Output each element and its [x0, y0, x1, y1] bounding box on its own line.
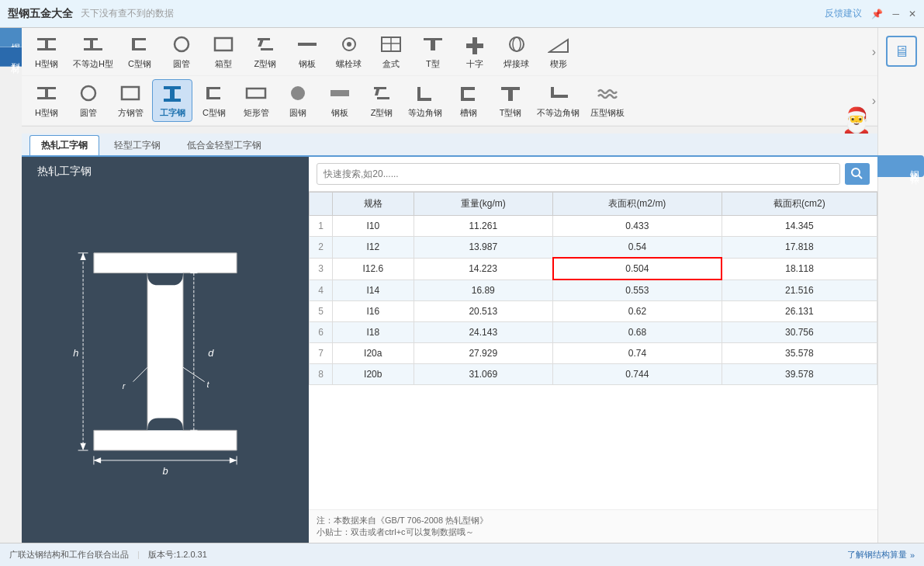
tool-box-type[interactable]: 盒式: [371, 31, 411, 72]
bolt-ball-icon: [338, 33, 360, 58]
footer-note-2: 小贴士：双击或者ctrl+c可以复制数据哦～: [317, 526, 870, 538]
tool-label-t-beam-1: T型: [426, 58, 440, 70]
cell-weight: 24.143: [414, 322, 552, 343]
subtabs: 热轧工字钢 轻型工字钢 低合金轻型工字钢: [22, 134, 877, 157]
tool-c-beam-2[interactable]: C型钢: [194, 80, 234, 121]
table-body: 1I1011.2610.43314.3452I1213.9870.5417.81…: [310, 216, 877, 385]
tool-label-c-beam-2: C型钢: [202, 107, 226, 119]
svg-rect-52: [551, 95, 568, 98]
tool-label-bolt-ball: 螺栓球: [336, 58, 362, 70]
tool-equal-angle[interactable]: 等边角钢: [403, 80, 447, 121]
tool-corrugated-plate[interactable]: 压型钢板: [586, 80, 629, 121]
tool-h-beam-1[interactable]: H型钢: [26, 31, 67, 72]
svg-rect-1: [45, 40, 48, 48]
tool-unequal-angle[interactable]: 不等边角钢: [532, 80, 584, 121]
tool-square-pipe[interactable]: 方钢管: [110, 80, 151, 121]
svg-rect-10: [215, 38, 232, 50]
tool-channel[interactable]: 槽钢: [448, 80, 489, 121]
tool-label-rect-pipe: 矩形管: [244, 107, 269, 119]
table-row[interactable]: 7I20a27.9290.7435.578: [310, 343, 877, 364]
round-steel-icon: [287, 82, 309, 107]
cell-weight: 27.929: [414, 343, 552, 364]
sidebar-tab-welding[interactable]: 焊接: [0, 28, 22, 47]
tool-label-wedge: 楔形: [550, 58, 567, 70]
tool-z-beam-2[interactable]: Z型钢: [362, 80, 402, 121]
svg-rect-41: [374, 87, 386, 89]
close-btn[interactable]: ✕: [908, 9, 916, 19]
tool-steel-plate-1[interactable]: 钢板: [287, 31, 327, 72]
table-row[interactable]: 1I1011.2610.43314.345: [310, 216, 877, 237]
col-header-weight: 重量(kg/m): [414, 193, 552, 216]
tool-t-beam-2[interactable]: T型钢: [490, 80, 531, 121]
tool-bolt-ball[interactable]: 螺栓球: [329, 31, 369, 72]
cell-area: 39.578: [722, 364, 877, 385]
cell-num: 7: [310, 343, 333, 364]
table-row[interactable]: 8I20b31.0690.74439.578: [310, 364, 877, 385]
data-table-wrapper[interactable]: 规格 重量(kg/m) 表面积(m2/m) 截面积(cm2) 1I1011.26…: [309, 192, 877, 509]
round-pipe-icon-1: [171, 33, 192, 58]
cell-surface: 0.74: [553, 343, 722, 364]
row1-chevron[interactable]: ›: [872, 45, 876, 59]
cell-weight: 16.89: [414, 280, 552, 301]
square-pipe-icon: [119, 82, 141, 107]
c-beam-icon-2: [203, 82, 225, 107]
monitor-icon[interactable]: 🖥: [886, 36, 917, 67]
subtab-hot-rolled[interactable]: 热轧工字钢: [29, 135, 99, 155]
cell-num: 1: [310, 216, 333, 237]
pin-btn[interactable]: 📌: [871, 9, 883, 19]
status-left: 广联达钢结构和工作台联合出品 | 版本号:1.2.0.31: [9, 549, 207, 561]
cell-spec: I20a: [333, 343, 414, 364]
col-header-surface: 表面积(m2/m): [553, 193, 722, 216]
status-right[interactable]: 了解钢结构算量 »: [847, 549, 915, 561]
unequal-h-icon: [82, 33, 104, 58]
tool-z-beam-1[interactable]: Z型钢: [245, 31, 286, 72]
svg-rect-32: [164, 86, 181, 89]
tool-t-beam-1[interactable]: T型: [413, 31, 453, 72]
h-beam-icon-2: [36, 82, 57, 107]
tool-unequal-h[interactable]: 不等边H型: [68, 31, 118, 72]
svg-rect-14: [298, 43, 317, 46]
tool-round-pipe-1[interactable]: 圆管: [161, 31, 202, 72]
table-row[interactable]: 3I12.614.2230.50418.118: [310, 258, 877, 280]
tool-box-1[interactable]: 箱型: [203, 31, 244, 72]
cell-weight: 11.261: [414, 216, 552, 237]
feedback-link[interactable]: 反馈建议: [825, 7, 862, 20]
sidebar-tab-profile[interactable]: 型材: [0, 47, 22, 67]
tool-label-z-beam-1: Z型钢: [254, 58, 277, 70]
cell-spec: I20b: [333, 364, 414, 385]
minimize-btn[interactable]: ─: [892, 9, 899, 19]
steel-software-tab[interactable]: 钢构软件: [877, 155, 924, 177]
cell-surface: 0.68: [553, 322, 722, 343]
tool-round-steel[interactable]: 圆钢: [278, 80, 318, 121]
subtab-light[interactable]: 轻型工字钢: [102, 135, 172, 155]
svg-point-24: [510, 37, 524, 51]
tool-label-box-1: 箱型: [215, 58, 232, 70]
table-row[interactable]: 6I1824.1430.6830.756: [310, 322, 877, 343]
tool-round-pipe-2[interactable]: 圆管: [68, 80, 109, 121]
cell-area: 17.818: [722, 237, 877, 259]
tool-cross[interactable]: 十字: [455, 31, 495, 72]
cross-icon: [464, 33, 486, 58]
cell-surface: 0.744: [553, 364, 722, 385]
search-button[interactable]: [845, 163, 870, 185]
svg-rect-29: [37, 97, 56, 99]
table-row[interactable]: 2I1213.9870.5417.818: [310, 237, 877, 259]
table-row[interactable]: 5I1620.5130.6226.131: [310, 301, 877, 322]
search-bar: [309, 157, 877, 192]
tool-weld-ball[interactable]: 焊接球: [497, 31, 537, 72]
cell-surface: 0.54: [553, 237, 722, 259]
svg-rect-8: [132, 48, 146, 50]
tool-wedge[interactable]: 楔形: [538, 31, 579, 72]
tool-label-round-steel: 圆钢: [289, 107, 306, 119]
tool-c-beam-1[interactable]: C型钢: [119, 31, 160, 72]
search-input[interactable]: [317, 163, 840, 185]
cell-spec: I12.6: [333, 258, 414, 280]
tool-h-beam-2[interactable]: H型钢: [26, 80, 67, 121]
tool-rect-pipe[interactable]: 矩形管: [236, 80, 276, 121]
subtab-low-alloy[interactable]: 低合金轻型工字钢: [175, 135, 273, 155]
svg-rect-45: [417, 98, 431, 101]
table-row[interactable]: 4I1416.890.55321.516: [310, 280, 877, 301]
tool-i-beam[interactable]: 工字钢: [152, 79, 192, 122]
tool-steel-plate-2[interactable]: 钢板: [320, 80, 360, 121]
col-header-spec: 规格: [333, 193, 414, 216]
